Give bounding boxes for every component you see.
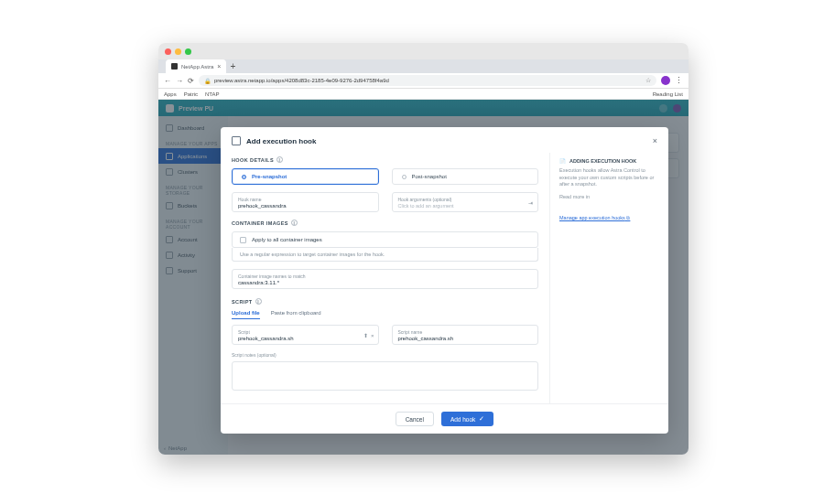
apply-all-checkbox-row[interactable]: Apply to all container images xyxy=(232,231,538,248)
bookmark-item[interactable]: Patric xyxy=(184,91,198,97)
modal-body: HOOK DETAILSi Pre-snapshot Post-snapshot… xyxy=(221,153,668,403)
button-label: Cancel xyxy=(406,416,424,423)
check-icon: ✓ xyxy=(479,415,484,423)
hook-type-pre[interactable]: Pre-snapshot xyxy=(232,168,379,185)
section-label: CONTAINER IMAGES xyxy=(232,220,288,226)
image-match-input[interactable]: Container image names to match cassandra… xyxy=(232,269,538,289)
bookmark-item[interactable]: NTAP xyxy=(205,91,220,97)
script-name-input[interactable]: Script name prehook_cassandra.sh xyxy=(392,325,539,345)
link-text: Manage app execution hooks xyxy=(559,215,625,220)
forward-icon[interactable]: → xyxy=(176,77,183,85)
app-root: Preview PU Dashboard MANAGE YOUR APPS Ap… xyxy=(158,100,688,455)
field-label: Hook arguments (optional) xyxy=(398,197,533,202)
hook-arguments-input[interactable]: Hook arguments (optional) Click to add a… xyxy=(392,192,539,212)
bookmark-apps[interactable]: Apps xyxy=(164,91,177,97)
field-label: Script name xyxy=(398,329,533,335)
side-title-text: ADDING EXECUTION HOOK xyxy=(569,158,636,164)
bookmarks-bar: Apps Patric NTAP Reading List xyxy=(158,89,688,100)
browser-tab[interactable]: NetApp Astra × xyxy=(166,59,226,73)
field-label: Hook name xyxy=(238,197,373,202)
hook-name-input[interactable]: Hook name prehook_cassandra xyxy=(232,192,379,212)
section-label: HOOK DETAILS xyxy=(232,157,274,163)
section-label: SCRIPT xyxy=(232,299,253,305)
modal-title: Add execution hook xyxy=(246,137,316,145)
radio-icon xyxy=(402,175,407,179)
back-icon[interactable]: ← xyxy=(164,77,171,85)
reload-icon[interactable]: ⟳ xyxy=(188,77,194,85)
section-script: SCRIPTi xyxy=(232,298,538,305)
cancel-button[interactable]: Cancel xyxy=(396,412,434,426)
field-value: prehook_cassandra.sh xyxy=(238,336,373,341)
info-icon[interactable]: i xyxy=(276,156,283,163)
favicon-icon xyxy=(171,63,178,70)
maximize-window-icon[interactable] xyxy=(185,48,191,55)
reading-list-button[interactable]: Reading List xyxy=(653,91,683,97)
add-hook-button[interactable]: Add hook✓ xyxy=(441,412,493,426)
tab-strip: NetApp Astra × + xyxy=(158,59,688,73)
hook-type-segment: Pre-snapshot Post-snapshot xyxy=(232,168,538,185)
checkbox-label: Apply to all container images xyxy=(252,237,322,242)
bookmark-star-icon[interactable]: ☆ xyxy=(645,77,651,84)
minimize-window-icon[interactable] xyxy=(175,48,181,55)
info-icon[interactable]: i xyxy=(291,220,298,226)
mac-titlebar xyxy=(158,43,688,59)
close-icon[interactable]: × xyxy=(653,136,657,145)
browser-window: NetApp Astra × + ← → ⟳ 🔒 preview.astra.n… xyxy=(158,43,688,455)
modal-footer: Cancel Add hook✓ xyxy=(221,403,668,434)
script-notes-textarea[interactable] xyxy=(232,361,538,391)
modal-sidebar: 📄 ADDING EXECUTION HOOK Execution hooks … xyxy=(549,153,668,403)
field-value: cassandra:3.11.* xyxy=(238,280,532,285)
field-label: Script xyxy=(238,329,373,335)
radio-icon xyxy=(242,175,246,179)
new-tab-button[interactable]: + xyxy=(230,61,235,71)
segment-label: Post-snapshot xyxy=(412,174,447,179)
add-execution-hook-modal: Add execution hook × HOOK DETAILSi Pre-s… xyxy=(221,127,668,434)
notes-label: Script notes (optional) xyxy=(232,352,538,358)
hook-icon xyxy=(232,136,241,145)
field-placeholder: Click to add an argument xyxy=(398,203,533,209)
info-icon[interactable]: i xyxy=(255,298,262,305)
url-text: preview.astra.netapp.io/apps/4208d83c-21… xyxy=(214,78,389,83)
section-hook-details: HOOK DETAILSi xyxy=(232,156,538,163)
checkbox-icon xyxy=(240,237,246,243)
browser-menu-icon[interactable]: ⋮ xyxy=(675,76,683,85)
hook-type-post[interactable]: Post-snapshot xyxy=(392,168,539,185)
section-container-images: CONTAINER IMAGESi xyxy=(232,220,538,226)
lock-icon: 🔒 xyxy=(204,78,211,84)
field-value: prehook_cassandra xyxy=(238,203,373,209)
close-window-icon[interactable] xyxy=(165,48,171,55)
manage-hooks-link[interactable]: Manage app execution hooks ⧉ xyxy=(559,215,630,220)
tab-paste-clipboard[interactable]: Paste from clipboard xyxy=(271,310,321,319)
address-bar-row: ← → ⟳ 🔒 preview.astra.netapp.io/apps/420… xyxy=(158,73,688,89)
modal-left-column: HOOK DETAILSi Pre-snapshot Post-snapshot… xyxy=(221,153,549,403)
field-value: prehook_cassandra.sh xyxy=(398,336,533,341)
side-description: Execution hooks allow Astra Control to e… xyxy=(559,167,659,188)
button-label: Add hook xyxy=(450,416,475,423)
omnibox[interactable]: 🔒 preview.astra.netapp.io/apps/4208d83c-… xyxy=(199,75,656,86)
segment-label: Pre-snapshot xyxy=(252,174,287,179)
field-label: Container image names to match xyxy=(238,273,532,279)
script-file-input[interactable]: Script prehook_cassandra.sh ⬆ × xyxy=(232,325,379,345)
profile-avatar[interactable] xyxy=(661,76,670,85)
tab-title: NetApp Astra xyxy=(181,64,213,70)
tab-upload-file[interactable]: Upload file xyxy=(232,310,260,319)
modal-header: Add execution hook × xyxy=(221,127,668,153)
side-readmore: Read more in xyxy=(559,194,659,201)
regex-hint-text: Use a regular expression to target conta… xyxy=(232,248,538,262)
close-tab-icon[interactable]: × xyxy=(217,63,221,70)
upload-icon[interactable]: ⇥ xyxy=(528,199,533,206)
upload-clear-icons[interactable]: ⬆ × xyxy=(363,332,374,338)
script-source-tabs: Upload file Paste from clipboard xyxy=(232,310,538,319)
side-title: 📄 ADDING EXECUTION HOOK xyxy=(559,158,659,164)
